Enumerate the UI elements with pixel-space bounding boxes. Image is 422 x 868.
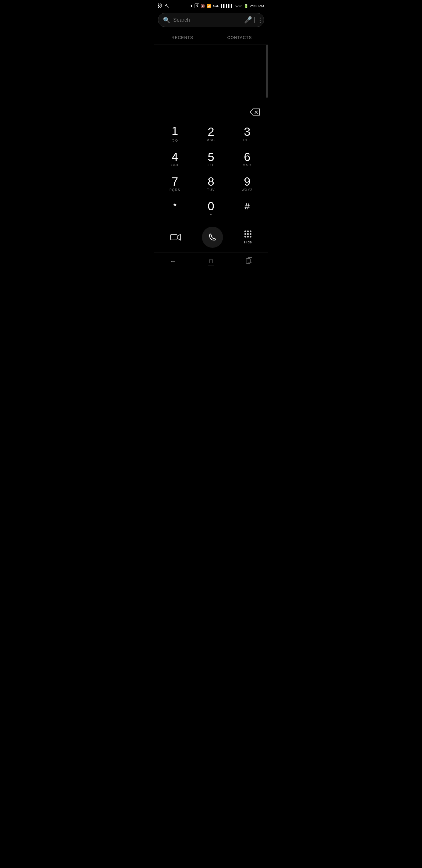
tool-icon: ⛏ (164, 3, 169, 8)
empty-contact-list (154, 45, 268, 103)
key-letters-4: GHI (171, 163, 178, 168)
key-number-4: 4 (172, 151, 178, 163)
key-number-5: 5 (208, 151, 214, 163)
hide-dialpad-button[interactable]: Hide (244, 230, 252, 244)
key-letters-6: MNO (242, 163, 252, 168)
recents-icon (246, 257, 252, 264)
svg-rect-5 (246, 259, 250, 264)
key-number-9: 9 (244, 176, 250, 187)
key-letters-7: PQRS (169, 188, 180, 193)
video-icon (170, 234, 181, 241)
phone-icon (206, 231, 218, 243)
signal-bars: ▌▌▌▌▌ (221, 4, 233, 8)
key-letters-2: ABC (207, 138, 215, 143)
svg-point-4 (206, 231, 218, 243)
key-number-7: 7 (172, 176, 178, 187)
dialpad-key-5[interactable]: 5 JKL (193, 147, 229, 172)
key-number-2: 2 (208, 126, 214, 137)
tab-bar: RECENTS CONTACTS (154, 31, 268, 45)
dialpad-key-star[interactable]: * (157, 196, 193, 221)
lte-icon: 4GE (213, 4, 219, 8)
video-call-button[interactable] (170, 234, 181, 241)
recents-button[interactable] (246, 257, 252, 266)
voicemail-icon: ○○ (172, 137, 178, 144)
dialpad-key-9[interactable]: 9 WXYZ (229, 172, 265, 196)
dialpad-key-1[interactable]: 1 ○○ (157, 121, 193, 147)
dialpad-key-4[interactable]: 4 GHI (157, 147, 193, 172)
svg-marker-3 (177, 234, 181, 240)
dialpad-key-3[interactable]: 3 DEF (229, 121, 265, 147)
dialpad-key-8[interactable]: 8 TUV (193, 172, 229, 196)
more-options-icon[interactable]: ⋮ (257, 18, 263, 22)
dialpad-key-6[interactable]: 6 MNO (229, 147, 265, 172)
dialpad: 1 ○○ 2 ABC 3 DEF 4 GHI 5 JKL 6 MNO 7 PQR… (154, 121, 268, 221)
nfc-icon: N (195, 3, 199, 8)
back-button[interactable]: ← (170, 257, 176, 265)
key-letters-9: WXYZ (241, 188, 253, 193)
dialpad-key-0[interactable]: 0 + (193, 196, 229, 221)
dialpad-key-2[interactable]: 2 ABC (193, 121, 229, 147)
key-letters-0: + (210, 213, 212, 217)
search-bar[interactable]: 🔍 🎤 ⋮ (158, 13, 264, 27)
call-button[interactable] (202, 227, 223, 248)
tab-contacts[interactable]: CONTACTS (211, 31, 268, 44)
battery-icon: 🔋 (244, 4, 249, 8)
key-number-6: 6 (244, 151, 250, 163)
status-right-icons: ✦ N 🔇 📶 4GE ▌▌▌▌▌ 67% 🔋 2:32 PM (190, 3, 264, 8)
backspace-row (154, 106, 268, 120)
hide-label: Hide (244, 240, 252, 244)
tab-recents[interactable]: RECENTS (154, 31, 211, 44)
key-number-star: * (173, 202, 176, 211)
search-bar-divider (254, 17, 255, 23)
status-bar: 🖼 ⛏ ✦ N 🔇 📶 4GE ▌▌▌▌▌ 67% 🔋 2:32 PM (154, 0, 268, 10)
clock: 2:32 PM (250, 4, 264, 8)
mute-icon: 🔇 (200, 4, 205, 8)
key-letters-3: DEF (243, 138, 251, 143)
key-letters-5: JKL (207, 163, 214, 168)
search-bar-actions: 🎤 ⋮ (244, 16, 263, 24)
wifi-icon: 📶 (206, 4, 211, 8)
scrollbar[interactable] (266, 45, 268, 98)
search-input[interactable] (173, 17, 241, 23)
status-left-icons: 🖼 ⛏ (158, 3, 169, 8)
backspace-icon (249, 108, 260, 116)
key-number-hash: # (245, 202, 250, 211)
bluetooth-icon: ✦ (190, 4, 193, 8)
voice-search-icon[interactable]: 🎤 (244, 16, 252, 24)
gallery-icon: 🖼 (158, 3, 163, 8)
svg-rect-6 (248, 257, 252, 262)
key-letters-8: TUV (207, 188, 215, 193)
svg-rect-2 (170, 235, 177, 240)
home-button[interactable]: □ (208, 257, 214, 266)
nav-bar: ← □ (154, 252, 268, 271)
key-number-8: 8 (208, 176, 214, 187)
hide-dialpad-icon (245, 230, 252, 238)
dialpad-key-7[interactable]: 7 PQRS (157, 172, 193, 196)
key-number-0: 0 (208, 200, 214, 212)
search-icon: 🔍 (163, 17, 170, 24)
dialpad-key-hash[interactable]: # (229, 196, 265, 221)
backspace-button[interactable] (247, 106, 263, 120)
key-number-3: 3 (244, 126, 250, 137)
battery-level: 67% (235, 4, 242, 8)
action-bar: Hide (154, 223, 268, 252)
key-number-1: 1 (172, 125, 178, 137)
